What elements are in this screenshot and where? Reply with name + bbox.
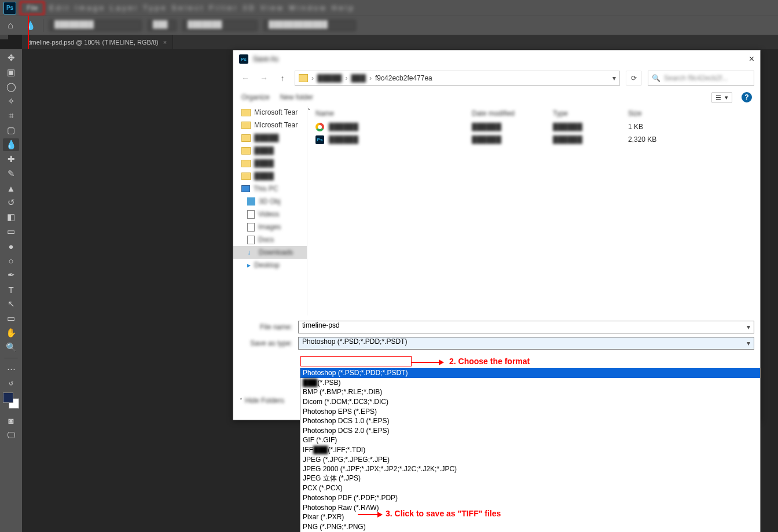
list-item[interactable]: ██████ ██████ ██████ 1 KB [307,120,760,133]
tree-item[interactable]: Microsoft Tear [233,119,307,131]
tree-item[interactable]: ████ [233,144,307,157]
tree-item[interactable]: Microsoft Tear [233,106,307,119]
tree-item[interactable]: 3D Obj [233,195,307,208]
nav-up-icon[interactable]: ↑ [276,72,289,85]
color-swatches[interactable] [3,392,19,409]
history-tool[interactable]: ↺ [3,196,19,209]
menu-file[interactable]: File [20,1,45,15]
format-option[interactable]: Photoshop EPS (*.EPS) [300,406,760,416]
view-button[interactable]: ☰▾ [711,92,732,103]
format-option[interactable]: Photoshop (*.PSD;*.PDD;*.PSDT) [300,368,760,378]
tree-item[interactable]: █████ [233,131,307,144]
type-tool[interactable]: T [3,283,19,296]
move-tool[interactable]: ✥ [3,52,19,64]
path-tool[interactable]: ↖ [3,298,19,310]
refresh-icon[interactable]: ⟳ [626,71,642,86]
file-list[interactable]: Name Date modified Type Size ██████ ████… [307,106,760,315]
format-option[interactable]: Photoshop Raw (*.RAW) [300,502,760,512]
document-tab-label: timeline-psd.psd @ 100% (TIMELINE, RGB/8… [28,39,159,46]
tree-this-pc[interactable]: This PC [233,182,307,195]
quickmask-icon[interactable]: ◙ [3,414,19,427]
eyedropper-icon[interactable]: 💧 [23,21,37,30]
wand-tool[interactable]: ✧ [3,95,19,108]
format-option[interactable]: IFF ███ (*.IFF;*.TDI) [300,445,760,455]
format-option[interactable]: ███ (*.PSB) [300,378,760,388]
format-option[interactable]: BMP (*.BMP;*.RLE;*.DIB) [300,387,760,397]
close-icon[interactable]: × [749,54,754,64]
download-icon: ↓ [247,248,255,256]
chevron-down-icon[interactable]: ▾ [612,74,616,82]
folder-tree[interactable]: Microsoft Tear Microsoft Tear █████ ████… [233,106,307,315]
format-option[interactable]: Photoshop DCS 2.0 (*.EPS) [300,426,760,436]
format-option[interactable]: JPEG 2000 (*.JPF;*.JPX;*.JP2;*.J2C;*.J2K… [300,464,760,474]
blur-tool[interactable]: ● [3,240,19,252]
document-tab[interactable]: timeline-psd.psd @ 100% (TIMELINE, RGB/8… [22,35,173,49]
dodge-tool[interactable]: ○ [3,254,19,267]
tree-item[interactable]: ▸Desktop [233,259,307,271]
format-option[interactable]: GIF (*.GIF) [300,435,760,445]
color-swap-icon[interactable]: ↺ [3,377,19,390]
opt-sample3[interactable]: ███████ [182,20,258,31]
tree-item[interactable]: Videos [233,208,307,221]
organize-button[interactable]: Organize [241,93,270,101]
frame-tool[interactable]: ▢ [3,124,19,137]
list-header[interactable]: Name Date modified Type Size [307,107,760,120]
edit-toolbar-icon[interactable]: ⋯ [3,362,19,375]
sidebar-handle[interactable] [0,35,8,39]
tree-item[interactable]: ████ [233,170,307,182]
fg-color-swatch[interactable] [3,392,13,403]
filename-input[interactable]: timeline-psd▾ [298,321,754,333]
col-type[interactable]: Type [553,109,628,118]
heal-tool[interactable]: ✚ [3,153,19,166]
marquee-tool[interactable]: ▣ [3,66,19,79]
format-option[interactable]: Dicom (*.DCM;*.DC3;*.DIC) [300,397,760,407]
tree-item[interactable]: ████ [233,157,307,170]
nav-fwd-icon[interactable]: → [258,72,270,85]
chevron-down-icon[interactable]: ▾ [747,323,750,331]
format-option[interactable]: Photoshop DCS 1.0 (*.EPS) [300,416,760,426]
help-icon[interactable]: ? [742,92,752,102]
lasso-tool[interactable]: ◯ [3,80,19,93]
shape-tool[interactable]: ▭ [3,312,19,325]
tree-item[interactable]: Images [233,221,307,233]
eyedropper-tool[interactable]: 💧 [3,138,19,151]
stamp-tool[interactable]: ▲ [3,182,19,195]
filetype-select[interactable]: Photoshop (*.PSD;*.PDD;*.PSDT)▾ [298,337,754,350]
col-name[interactable]: Name [315,109,472,118]
format-option[interactable]: PNG (*.PNG;*.PNG) [300,522,760,532]
opt-sample[interactable]: ████████ [49,20,142,31]
tree-scroll-up-icon[interactable]: ˄ [303,107,314,114]
search-input[interactable]: 🔍 Search f9c42ecb2f... [648,71,754,86]
tool-separator [4,358,18,358]
nav-back-icon[interactable]: ← [239,72,252,85]
newfolder-button[interactable]: New folder [280,93,313,101]
format-option[interactable]: Photoshop PDF (*.PDF;*.PDP) [300,493,760,503]
brush-tool[interactable]: ✎ [3,167,19,180]
col-date[interactable]: Date modified [472,109,553,118]
hand-tool[interactable]: ✋ [3,326,19,339]
col-size[interactable]: Size [628,109,698,118]
eraser-tool[interactable]: ◧ [3,211,19,223]
format-option[interactable]: JPEG (*.JPG;*.JPEG;*.JPE) [300,454,760,464]
app-menubar: Ps File Edit Image Layer Type Select Fil… [0,0,778,16]
menu-rest[interactable]: Edit Image Layer Type Select Filter 3D V… [49,4,355,12]
format-dropdown[interactable]: Photoshop (*.PSD;*.PDD;*.PSDT)███ (*.PSB… [300,368,761,532]
chevron-down-icon[interactable]: ▾ [747,339,750,347]
format-option[interactable]: PCX (*.PCX) [300,483,760,493]
format-option[interactable]: JPEG 立体 (*.JPS) [300,474,760,484]
screenmode-icon[interactable]: 🖵 [3,428,19,441]
pen-tool[interactable]: ✒ [3,269,19,281]
crop-tool[interactable]: ⌗ [3,109,19,122]
gradient-tool[interactable]: ▭ [3,225,19,238]
path-current: f9c42ecb2fe477ea [375,74,432,82]
tree-item-downloads[interactable]: ↓Downloads [233,246,307,259]
opt-sample4[interactable]: ████████████ [263,20,356,31]
opt-sample2[interactable]: ███ [148,20,177,31]
zoom-tool[interactable]: 🔍 [3,341,19,354]
address-bar[interactable]: ›█████ ›███ ›f9c42ecb2fe477ea ▾ [295,71,620,86]
list-item[interactable]: Ps██████ ██████ ██████ 2,320 KB [307,133,760,146]
close-icon[interactable]: × [163,39,167,46]
home-icon[interactable]: ⌂ [3,20,17,31]
tree-item[interactable]: Docs [233,233,307,246]
hide-folders-button[interactable]: Hide Folders [245,397,284,405]
